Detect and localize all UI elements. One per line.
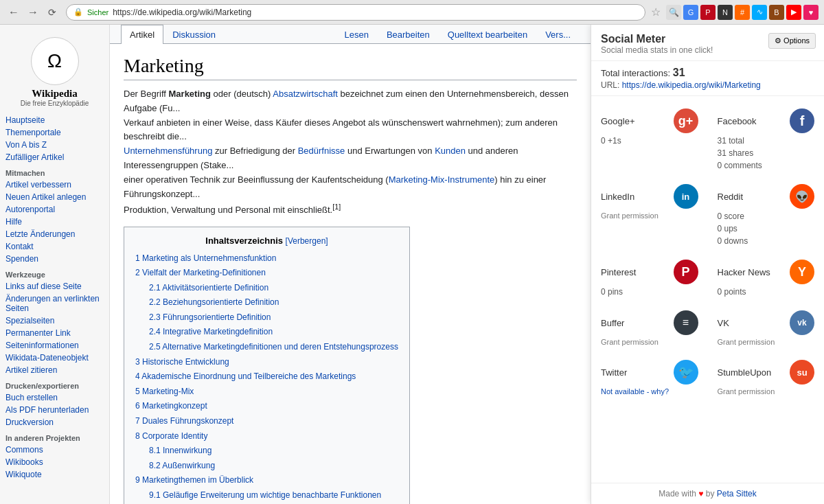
sidebar-item-als-pdf[interactable]: Als PDF herunterladen (0, 404, 109, 416)
sidebar-item-permanenter-link[interactable]: Permanenter Link (0, 327, 109, 339)
link-unternehmensfuehrung[interactable]: Unternehmensführung (124, 146, 212, 156)
reload-button[interactable]: ⟳ (44, 4, 60, 21)
sidebar-item-wikibooks[interactable]: Wikibooks (0, 456, 109, 468)
ext-icon-heart[interactable]: ♥ (803, 5, 819, 20)
sm-service-reddit-header: Reddit 👽 (718, 184, 815, 209)
sidebar-item-aenderungen-verlinkten[interactable]: Änderungen an verlinkten Seiten (0, 293, 109, 314)
toc-link-2-3[interactable]: 2.3 Führungsorientierte Definition (149, 312, 271, 322)
sm-linkedin-permission: Grant permission (601, 211, 698, 220)
sm-options-button[interactable]: ⚙ Options (768, 33, 816, 49)
toc-link-8[interactable]: 8 Corporate Identity (135, 431, 207, 441)
ext-icon-n[interactable]: N (718, 5, 733, 20)
toc-link-2-2[interactable]: 2.2 Beziehungsorientierte Definition (149, 297, 279, 307)
toc-toggle[interactable]: [Verbergen] (286, 236, 328, 246)
sm-google-stat: 0 +1s (601, 136, 698, 146)
sm-reddit-ups: 0 ups (718, 224, 815, 233)
link-beduerfnisse[interactable]: Bedürfnisse (298, 146, 345, 156)
sm-service-reddit-name: Reddit (718, 192, 744, 202)
toc-link-2-4[interactable]: 2.4 Integrative Marketingdefinition (149, 327, 273, 336)
toc-link-3[interactable]: 3 Historische Entwicklung (135, 357, 229, 367)
sm-twitter-not-available[interactable]: Not available - why? (601, 387, 698, 396)
sm-footer-link[interactable]: Peta Sittek (717, 489, 757, 499)
forward-button[interactable]: → (25, 4, 41, 21)
sidebar-item-wikidata[interactable]: Wikidata-Dateneobjekt (0, 352, 109, 364)
sidebar-item-buch-erstellen[interactable]: Buch erstellen (0, 391, 109, 404)
sm-service-hackernews-header: Hacker News Y (718, 260, 815, 284)
sidebar-item-artikel-zitieren[interactable]: Artikel zitieren (0, 364, 109, 376)
ext-icon-p[interactable]: P (700, 5, 716, 20)
sidebar-section-werkzeuge: Werkzeuge (0, 265, 109, 280)
sm-service-linkedin-name: LinkedIn (601, 192, 634, 202)
sm-pinterest-pins: 0 pins (601, 287, 698, 297)
sidebar-item-hauptseite[interactable]: Hauptseite (0, 114, 109, 126)
wiki-tabs: Artikel Diskussion Lesen Bearbeiten Quel… (110, 25, 591, 44)
tab-artikel[interactable]: Artikel (121, 25, 163, 44)
ext-icon-stats[interactable]: G (683, 5, 698, 20)
toc-item-8: 8 Corporate Identity (135, 429, 398, 444)
tab-bearbeiten[interactable]: Bearbeiten (378, 25, 439, 44)
toc-link-8-2[interactable]: 8.2 Außenwirkung (149, 461, 215, 470)
toc-link-1[interactable]: 1 Marketing als Unternehmensfunktion (135, 253, 276, 263)
sidebar-item-letzte-aenderungen[interactable]: Letzte Änderungen (0, 228, 109, 240)
toc-link-2-1[interactable]: 2.1 Aktivitätsorientierte Definition (149, 283, 268, 293)
wiki-logo: Ω Wikipedia Die freie Enzyklopädie (0, 30, 109, 114)
social-meter-panel: Social Meter Social media stats in one c… (591, 25, 824, 504)
toc-item-1: 1 Marketing als Unternehmensfunktion (135, 251, 398, 266)
tab-lesen[interactable]: Lesen (335, 25, 377, 44)
ext-icon-wave[interactable]: ∿ (752, 5, 767, 20)
sidebar-item-spezialseiten[interactable]: Spezialseiten (0, 314, 109, 327)
toc-item-8-2: 8.2 Außenwirkung (135, 459, 398, 474)
bookmark-button[interactable]: ☆ (651, 5, 661, 19)
address-bar[interactable]: 🔒 Sicher https://de.wikipedia.org/wiki/M… (66, 4, 645, 21)
toc-item-6: 6 Marketingkonzept (135, 399, 398, 414)
sidebar-item-von-a-bis-z[interactable]: Von A bis Z (0, 139, 109, 151)
sm-service-facebook-header: Facebook f (718, 108, 815, 133)
sidebar-item-autorenportal[interactable]: Autorenportal (0, 203, 109, 216)
sidebar-item-artikel-verbessern[interactable]: Artikel verbessern (0, 179, 109, 191)
ext-icon-search[interactable]: 🔍 (666, 5, 681, 20)
toc-link-4[interactable]: 4 Akademische Einordnung und Teilbereich… (135, 371, 356, 381)
ext-icon-hash[interactable]: # (735, 5, 750, 20)
sidebar-item-wikiquote[interactable]: Wikiquote (0, 468, 109, 481)
link-marketing-mix[interactable]: Marketing-Mix-Instrumente (389, 174, 495, 185)
sm-service-linkedin-icon: in (674, 184, 698, 209)
extension-icons: 🔍 G P N # ∿ B ▶ ♥ (666, 5, 819, 20)
toc-link-2[interactable]: 2 Vielfalt der Marketing-Definitionen (135, 268, 266, 277)
sm-hackernews-points: 0 points (718, 287, 815, 297)
sm-service-hackernews-icon: Y (790, 260, 814, 284)
sm-url-link[interactable]: https://de.wikipedia.org/wiki/Marketing (622, 80, 761, 90)
sidebar-item-seiteninformationen[interactable]: Seiteninformationen (0, 339, 109, 352)
sidebar-item-themenportale[interactable]: Themenportale (0, 126, 109, 139)
toc-link-9-1[interactable]: 9.1 Geläufige Erweiterung um wichtige be… (149, 490, 381, 500)
tab-diskussion[interactable]: Diskussion (163, 25, 225, 44)
sm-service-linkedin-header: LinkedIn in (601, 184, 698, 209)
sidebar-item-kontakt[interactable]: Kontakt (0, 240, 109, 253)
toc-link-2-5[interactable]: 2.5 Alternative Marketingdefinitionen un… (149, 342, 398, 352)
toc-link-6[interactable]: 6 Marketingkonzept (135, 401, 207, 411)
toc-link-9[interactable]: 9 Marketingthemen im Überblick (135, 475, 253, 485)
sm-heart-icon: ♥ (698, 489, 703, 499)
sm-service-pinterest-icon: P (674, 260, 698, 284)
sidebar-item-spenden[interactable]: Spenden (0, 253, 109, 265)
sidebar-item-zufaelliger-artikel[interactable]: Zufälliger Artikel (0, 151, 109, 163)
sm-facebook-shares: 31 shares (718, 148, 815, 158)
sm-service-buffer-header: Buffer ≡ (601, 310, 698, 335)
back-button[interactable]: ← (5, 4, 22, 21)
ext-icon-b[interactable]: B (769, 5, 784, 20)
toc-link-8-1[interactable]: 8.1 Innenwirkung (149, 446, 211, 455)
sidebar-item-links-auf-diese-seite[interactable]: Links auf diese Seite (0, 280, 109, 293)
sidebar-item-neuen-artikel[interactable]: Neuen Artikel anlegen (0, 191, 109, 203)
sm-service-hackernews: Hacker News Y 0 points (708, 253, 825, 303)
toc-link-5[interactable]: 5 Marketing-Mix (135, 387, 194, 396)
toc-link-7[interactable]: 7 Duales Führungskonzept (135, 416, 233, 426)
sidebar-item-hilfe[interactable]: Hilfe (0, 216, 109, 228)
sidebar-item-commons[interactable]: Commons (0, 444, 109, 456)
ext-icon-yt[interactable]: ▶ (786, 5, 801, 20)
tab-vers[interactable]: Vers... (536, 25, 580, 44)
link-kunden[interactable]: Kunden (435, 146, 466, 156)
sidebar-item-druckversion[interactable]: Druckversion (0, 416, 109, 428)
link-absatzwirtschaft[interactable]: Absatzwirtschaft (273, 89, 338, 99)
sm-facebook-comments: 0 comments (718, 161, 815, 170)
tab-quelltext[interactable]: Quelltext bearbeiten (439, 25, 536, 44)
toc-item-5: 5 Marketing-Mix (135, 385, 398, 400)
